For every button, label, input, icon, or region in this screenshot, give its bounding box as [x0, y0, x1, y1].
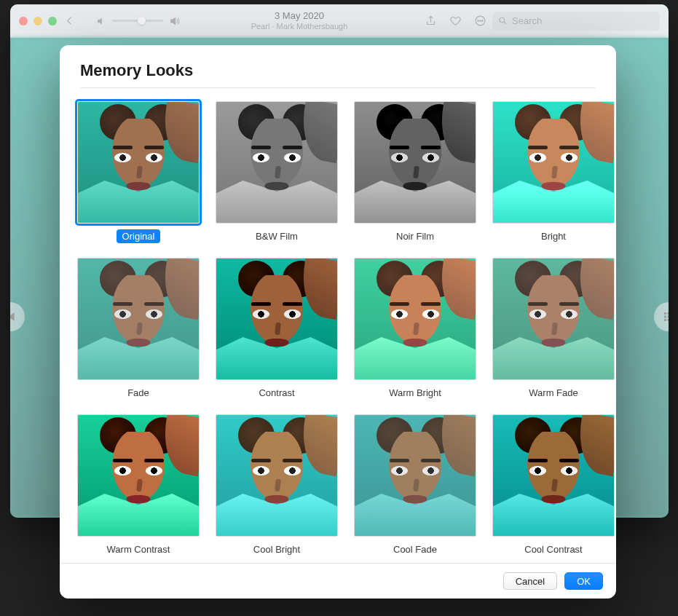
- svg-rect-6: [668, 312, 669, 315]
- svg-point-2: [479, 20, 480, 21]
- heart-icon: [449, 15, 462, 27]
- look-option[interactable]: Noir Film: [354, 101, 476, 243]
- more-button[interactable]: [470, 12, 489, 31]
- look-option[interactable]: Cool Fade: [354, 414, 476, 556]
- volume-slider[interactable]: [112, 20, 163, 22]
- look-option[interactable]: B&W Film: [216, 101, 338, 243]
- memory-looks-dialog: Memory Looks OriginalB&W FilmNoir FilmBr…: [60, 45, 616, 599]
- cancel-button[interactable]: Cancel: [503, 572, 557, 590]
- svg-point-3: [481, 20, 482, 21]
- portrait-preview: [216, 258, 337, 379]
- grid-icon: [662, 310, 669, 323]
- look-thumbnail: [77, 258, 200, 380]
- look-label: Warm Bright: [383, 386, 447, 400]
- portrait-preview: [78, 258, 199, 379]
- look-label: B&W Film: [250, 229, 304, 243]
- look-option[interactable]: Warm Bright: [354, 258, 476, 400]
- share-icon: [425, 15, 437, 27]
- share-button[interactable]: [421, 12, 440, 31]
- portrait-preview: [493, 415, 614, 536]
- look-thumbnail: [77, 414, 200, 537]
- look-label: Cool Bright: [248, 542, 306, 556]
- dialog-title: Memory Looks: [60, 45, 616, 87]
- look-option[interactable]: Contrast: [216, 258, 338, 400]
- ellipsis-circle-icon: [474, 15, 486, 27]
- look-option[interactable]: Warm Contrast: [77, 414, 200, 556]
- look-thumbnail: [216, 101, 338, 224]
- look-thumbnail: [492, 101, 615, 224]
- volume-high-icon: [169, 15, 181, 27]
- search-icon: [498, 16, 508, 25]
- look-option[interactable]: Original: [77, 101, 200, 243]
- memory-music: Pearl · Mark Mothersbaugh: [181, 22, 418, 31]
- look-option[interactable]: Cool Bright: [216, 414, 338, 556]
- look-thumbnail: [354, 414, 476, 537]
- look-label: Contrast: [253, 386, 300, 400]
- svg-point-4: [500, 17, 505, 23]
- svg-rect-12: [668, 319, 669, 321]
- look-label: Cool Fade: [387, 542, 443, 556]
- close-window-icon[interactable]: [19, 17, 28, 25]
- look-label: Warm Fade: [523, 386, 583, 400]
- look-label: Noir Film: [390, 229, 440, 243]
- portrait-preview: [493, 102, 614, 223]
- look-thumbnail: [492, 258, 615, 380]
- skip-back-icon: [10, 310, 17, 323]
- title-area: 3 May 2020 Pearl · Mark Mothersbaugh: [181, 10, 418, 31]
- portrait-preview: [78, 415, 199, 536]
- look-thumbnail: [216, 258, 338, 380]
- memory-date: 3 May 2020: [181, 10, 418, 22]
- minimize-window-icon[interactable]: [33, 17, 42, 25]
- portrait-preview: [355, 258, 476, 379]
- look-label: Warm Contrast: [101, 542, 176, 556]
- look-thumbnail: [77, 101, 200, 224]
- search-field[interactable]: Search: [492, 12, 660, 31]
- back-button[interactable]: [60, 12, 79, 31]
- look-label: Original: [117, 229, 161, 243]
- look-thumbnail: [354, 101, 476, 224]
- volume-control[interactable]: [96, 15, 181, 27]
- look-thumbnail: [492, 414, 615, 537]
- portrait-preview: [78, 102, 199, 223]
- look-option[interactable]: Warm Fade: [492, 258, 615, 400]
- looks-grid: OriginalB&W FilmNoir FilmBrightFadeContr…: [60, 101, 616, 563]
- svg-rect-11: [664, 319, 666, 321]
- titlebar: 3 May 2020 Pearl · Mark Mothersbaugh Sea…: [10, 4, 669, 38]
- portrait-preview: [355, 415, 476, 536]
- dialog-footer: Cancel OK: [60, 563, 616, 599]
- look-label: Fade: [122, 386, 155, 400]
- portrait-preview: [216, 102, 337, 223]
- look-label: Cool Contrast: [519, 542, 588, 556]
- ok-button[interactable]: OK: [564, 572, 603, 590]
- svg-rect-8: [664, 315, 666, 317]
- volume-low-icon: [96, 16, 106, 26]
- chevron-left-icon: [63, 15, 76, 27]
- svg-rect-5: [664, 312, 666, 315]
- window-controls[interactable]: [19, 17, 57, 25]
- svg-point-1: [477, 20, 478, 21]
- look-label: Bright: [535, 229, 572, 243]
- look-thumbnail: [354, 258, 476, 380]
- favorite-button[interactable]: [446, 12, 465, 31]
- look-option[interactable]: Bright: [492, 101, 615, 243]
- portrait-preview: [493, 258, 614, 379]
- portrait-preview: [355, 102, 476, 223]
- search-placeholder: Search: [512, 15, 542, 26]
- look-thumbnail: [216, 414, 338, 537]
- look-option[interactable]: Fade: [77, 258, 200, 400]
- portrait-preview: [216, 415, 337, 536]
- look-option[interactable]: Cool Contrast: [492, 414, 615, 556]
- fullscreen-window-icon[interactable]: [48, 17, 57, 25]
- svg-rect-9: [668, 315, 669, 317]
- divider: [80, 87, 596, 88]
